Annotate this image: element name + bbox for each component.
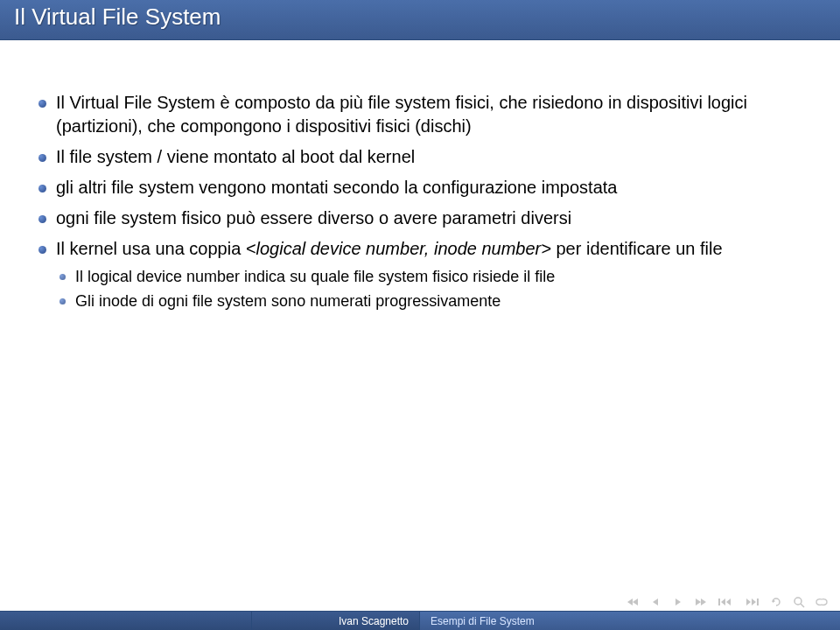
nav-search-icon[interactable]: [789, 595, 808, 609]
nav-prev-icon[interactable]: [646, 595, 665, 609]
nav-next-icon[interactable]: [668, 595, 688, 609]
bullet-item: ogni file system fisico può essere diver…: [33, 206, 807, 230]
bullet-item: gli altri file system vengono montati se…: [33, 176, 807, 200]
svg-rect-0: [718, 598, 720, 606]
nav-back-section-icon[interactable]: [714, 595, 737, 609]
bullet-item: Il kernel usa una coppia <logical device…: [33, 237, 807, 312]
nav-last-icon[interactable]: [691, 595, 710, 609]
bullet-text: gli altri file system vengono montati se…: [56, 178, 617, 197]
footer-author: Ivan Scagnetto: [252, 612, 420, 630]
footer-bar: Ivan Scagnetto Esempi di File System: [0, 611, 840, 630]
bullet-suffix: per identificare un file: [551, 239, 723, 258]
svg-point-2: [794, 598, 802, 605]
sub-bullet-item: Il logical device number indica su quale…: [56, 266, 807, 287]
sub-bullet-text: Il logical device number indica su quale…: [75, 268, 555, 285]
nav-first-icon[interactable]: [623, 595, 642, 609]
sub-bullet-item: Gli inode di ogni file system sono numer…: [56, 290, 807, 312]
svg-rect-1: [757, 598, 759, 606]
bullet-prefix: Il kernel usa una coppia: [56, 239, 246, 258]
bullet-emph: <logical device number, inode number>: [246, 239, 551, 258]
nav-undo-icon[interactable]: [766, 595, 786, 609]
bullet-text: Il Virtual File System è composto da più…: [56, 93, 747, 136]
slide-body: Il Virtual File System è composto da più…: [0, 40, 840, 372]
slide-title: Il Virtual File System: [0, 0, 840, 40]
nav-fwd-section-icon[interactable]: [740, 595, 763, 609]
bullet-text: Il file system / viene montato al boot d…: [56, 147, 415, 166]
footer-spacer: [0, 612, 252, 630]
nav-loop-icon[interactable]: [812, 595, 831, 609]
bullet-item: Il Virtual File System è composto da più…: [33, 91, 807, 138]
bullet-item: Il file system / viene montato al boot d…: [33, 145, 807, 169]
sub-bullet-text: Gli inode di ogni file system sono numer…: [75, 292, 500, 310]
bullet-text: ogni file system fisico può essere diver…: [56, 208, 571, 228]
nav-controls: [623, 595, 831, 609]
footer-talk-title: Esempi di File System: [420, 612, 840, 630]
svg-line-3: [801, 604, 804, 607]
